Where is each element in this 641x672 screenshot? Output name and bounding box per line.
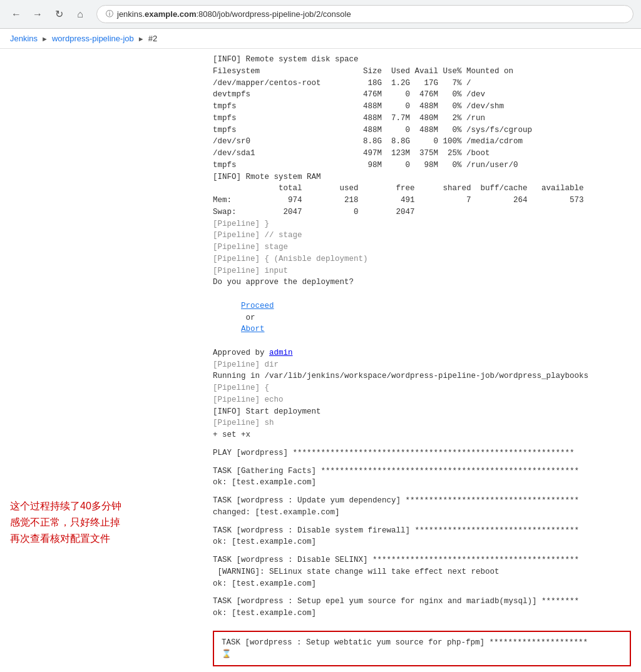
- console-line: ok: [test.example.com]: [213, 578, 631, 590]
- console-line: Running in /var/lib/jenkins/workspace/wo…: [213, 370, 631, 382]
- console-line: TASK [wordpress : Disable SELINX] ******…: [213, 554, 631, 566]
- spacer: [213, 548, 631, 554]
- console-line: TASK [wordpress : Setup epel yum source …: [213, 596, 631, 608]
- console-line: /dev/sr0 8.8G 8.8G 0 100% /media/cdrom: [213, 136, 631, 148]
- console-line: PLAY [wordpress] ***********************…: [213, 447, 631, 459]
- console-line: /dev/mapper/centos-root 18G 1.2G 17G 7% …: [213, 78, 631, 89]
- console-line: + set +x: [213, 429, 631, 441]
- console-line: ok: [test.example.com]: [213, 477, 631, 489]
- lock-icon: ⓘ: [106, 9, 113, 19]
- console-line: ok: [test.example.com]: [213, 536, 631, 548]
- console-line: [Pipeline] stage: [213, 242, 631, 253]
- console-line: /dev/sda1 497M 123M 375M 25% /boot: [213, 148, 631, 160]
- console-line: [Pipeline] }: [213, 218, 631, 230]
- console-line: [Pipeline] // stage: [213, 230, 631, 242]
- console-line: Mem: 974 218 491 7 264 573: [213, 195, 631, 206]
- highlighted-task-box: TASK [wordpress : Setup webtatic yum sou…: [213, 631, 631, 667]
- browser-chrome: ← → ↻ ⌂ ⓘ jenkins.example.com:8080/job/w…: [0, 0, 641, 29]
- console-line: changed: [test.example.com]: [213, 507, 631, 519]
- console-output: [INFO] Remote system disk space Filesyst…: [213, 49, 641, 671]
- home-button[interactable]: ⌂: [71, 6, 89, 23]
- abort-link[interactable]: Abort: [241, 325, 265, 333]
- refresh-button[interactable]: ↻: [50, 6, 68, 23]
- annotation-text: 这个过程持续了40多分钟 感觉不正常，只好终止掉 再次查看核对配置文件: [10, 498, 121, 546]
- console-line: [WARNING]: SELinux state change will tak…: [213, 566, 631, 578]
- highlighted-line-2: ⌛: [222, 649, 622, 661]
- console-line: [Pipeline] { (Anisble deployment): [213, 253, 631, 265]
- console-line: Swap: 2047 0 2047: [213, 206, 631, 218]
- breadcrumb: Jenkins ► wordpress-pipeline-job ► #2: [0, 29, 641, 49]
- console-line: TASK [wordpress : Disable system firewal…: [213, 525, 631, 537]
- console-line: tmpfs 98M 0 98M 0% /run/user/0: [213, 160, 631, 171]
- admin-link[interactable]: admin: [269, 349, 293, 357]
- main-content: 这个过程持续了40多分钟 感觉不正常，只好终止掉 再次查看核对配置文件 [INF…: [0, 49, 641, 671]
- back-button[interactable]: ←: [8, 6, 25, 23]
- console-line: [Pipeline] echo: [213, 394, 631, 406]
- spacer: [213, 519, 631, 525]
- console-line: tmpfs 488M 0 488M 0% /sys/fs/cgroup: [213, 125, 631, 136]
- spacer: [213, 589, 631, 596]
- console-line: [INFO] Remote system disk space: [213, 54, 631, 66]
- forward-button[interactable]: →: [29, 6, 46, 23]
- console-line: Approved by admin: [213, 347, 631, 359]
- console-line: TASK [wordpress : Update yum dependency]…: [213, 495, 631, 507]
- url-text: jenkins.example.com:8080/job/wordpress-p…: [117, 9, 351, 19]
- proceed-link[interactable]: Proceed: [241, 302, 274, 310]
- console-line: tmpfs 488M 7.7M 480M 2% /run: [213, 113, 631, 125]
- breadcrumb-job[interactable]: wordpress-pipeline-job: [52, 34, 134, 43]
- console-line: Filesystem Size Used Avail Use% Mounted …: [213, 66, 631, 78]
- breadcrumb-sep-1: ►: [41, 35, 48, 43]
- breadcrumb-build: #2: [148, 34, 157, 43]
- console-line: [Pipeline] {: [213, 382, 631, 394]
- console-line: Do you approve the deployment?: [213, 277, 631, 288]
- console-line: ok: [test.example.com]: [213, 608, 631, 619]
- console-line: devtmpfs 476M 0 476M 0% /dev: [213, 89, 631, 101]
- console-line: [INFO] Rmote system RAM: [213, 171, 631, 183]
- console-line: tmpfs 488M 0 488M 0% /dev/shm: [213, 101, 631, 113]
- breadcrumb-sep-2: ►: [138, 35, 145, 43]
- left-annotation: 这个过程持续了40多分钟 感觉不正常，只好终止掉 再次查看核对配置文件: [0, 49, 213, 671]
- breadcrumb-jenkins[interactable]: Jenkins: [10, 34, 38, 43]
- spacer: [213, 489, 631, 495]
- highlighted-line-1: TASK [wordpress : Setup webtatic yum sou…: [222, 637, 622, 649]
- nav-buttons: ← → ↻ ⌂: [8, 6, 89, 23]
- spacer: [213, 459, 631, 466]
- spacer: [213, 619, 631, 626]
- proceed-abort-line[interactable]: Proceed or Abort: [213, 288, 631, 347]
- console-line: [Pipeline] input: [213, 265, 631, 277]
- or-text: or: [241, 313, 260, 322]
- console-line: total used free shared buff/cache availa…: [213, 183, 631, 195]
- console-line: [Pipeline] sh: [213, 417, 631, 429]
- console-line: [INFO] Start deployment: [213, 406, 631, 418]
- spacer: [213, 441, 631, 447]
- address-bar[interactable]: ⓘ jenkins.example.com:8080/job/wordpress…: [96, 5, 633, 23]
- console-line: TASK [Gathering Facts] *****************…: [213, 466, 631, 477]
- console-line: [Pipeline] dir: [213, 359, 631, 371]
